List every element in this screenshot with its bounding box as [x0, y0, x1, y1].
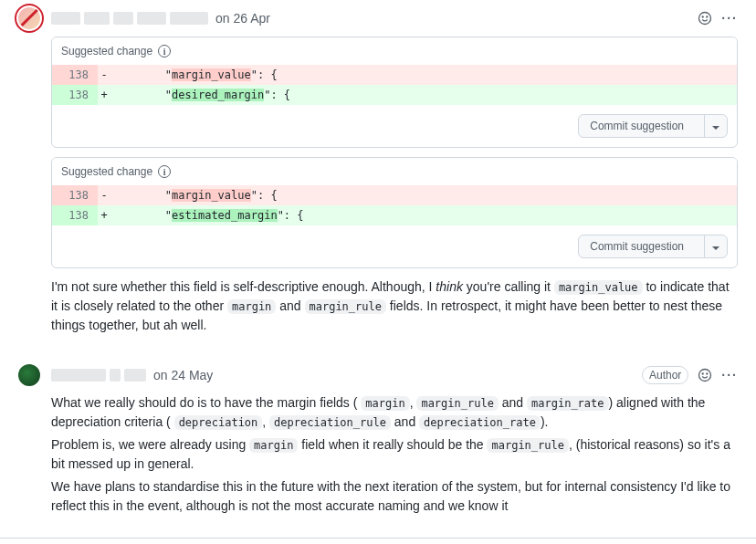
author-badge: Author	[642, 366, 688, 384]
code-token: margin_rule	[487, 438, 568, 453]
code-token: margin_value	[554, 280, 643, 295]
svg-point-5	[707, 373, 708, 374]
svg-point-1	[703, 16, 704, 17]
svg-point-0	[699, 13, 711, 25]
commit-suggestion-button[interactable]: Commit suggestion	[578, 114, 728, 138]
commit-suggestion-button[interactable]: Commit suggestion	[578, 235, 728, 258]
code-token: depreciation_rate	[419, 415, 541, 430]
code-token: margin_rule	[305, 299, 386, 314]
add-reaction-icon[interactable]	[698, 368, 712, 382]
comment-header: on 26 Apr ···	[51, 7, 738, 29]
more-actions-icon[interactable]: ···	[721, 12, 738, 25]
diff-line-added: 138 + "estimated_margin": {	[52, 205, 737, 225]
timestamp[interactable]: on 24 May	[153, 368, 213, 382]
svg-point-3	[699, 370, 711, 382]
review-comment: on 26 Apr ··· Suggested	[18, 4, 738, 339]
suggested-change: Suggested change i 138 - "margin_value":…	[51, 157, 738, 268]
diff-line-removed: 138 - "margin_value": {	[52, 185, 737, 205]
suggested-change-label: Suggested change	[61, 165, 152, 178]
code-token: margin_rate	[527, 396, 608, 411]
code-token: depreciation_rule	[269, 415, 391, 430]
chevron-down-icon	[712, 246, 719, 250]
commit-suggestion-dropdown[interactable]	[704, 235, 727, 257]
chevron-down-icon	[712, 126, 719, 130]
code-token: margin	[361, 396, 409, 411]
code-token: margin_rule	[416, 396, 498, 411]
svg-point-4	[703, 373, 704, 374]
code-token: depreciation	[174, 415, 263, 430]
diff-line-removed: 138 - "margin_value": {	[52, 65, 737, 85]
author-name-redacted[interactable]	[51, 12, 208, 25]
avatar[interactable]	[18, 7, 40, 29]
comment-body: I'm not sure whether this field is self-…	[51, 277, 738, 335]
suggested-change: Suggested change i 138 - "margin_value":…	[51, 37, 738, 148]
author-name-redacted[interactable]	[51, 369, 146, 382]
commit-suggestion-dropdown[interactable]	[704, 115, 727, 137]
code-token: margin	[227, 299, 276, 314]
review-comment: on 24 May Author ···	[18, 361, 738, 519]
avatar[interactable]	[18, 364, 40, 386]
suggested-change-label: Suggested change	[61, 45, 152, 58]
comment-header: on 24 May Author ···	[51, 364, 738, 386]
diff-line-added: 138 + "desired_margin": {	[52, 85, 737, 105]
code-token: margin	[249, 438, 298, 453]
info-icon[interactable]: i	[158, 165, 171, 178]
more-actions-icon[interactable]: ···	[721, 369, 738, 382]
timestamp[interactable]: on 26 Apr	[215, 11, 270, 26]
comment-body: What we really should do is to have the …	[51, 393, 738, 516]
info-icon[interactable]: i	[158, 45, 171, 58]
add-reaction-icon[interactable]	[698, 11, 712, 26]
svg-point-2	[707, 16, 708, 17]
